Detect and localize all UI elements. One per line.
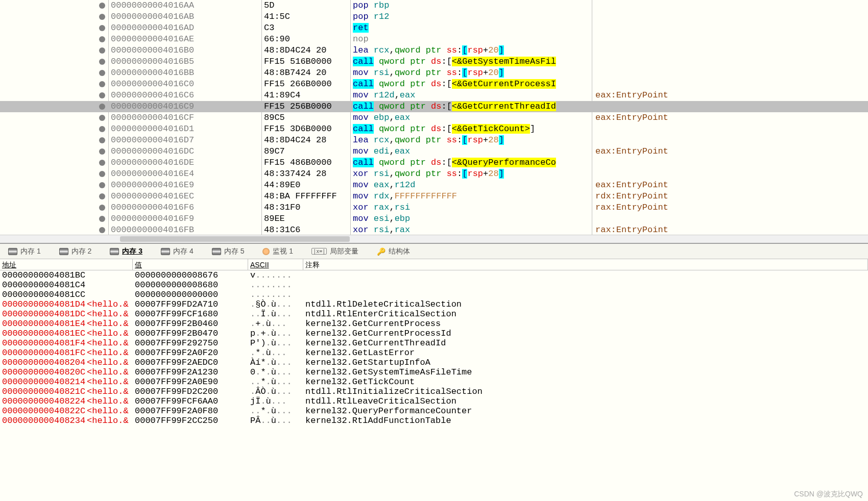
dump-row[interactable]: 00000000004081CC0000000000000000........ [0, 290, 868, 299]
disasm-row[interactable]: 00000000004016F989EEmov esi,ebp [0, 213, 868, 224]
disasm-row[interactable]: 00000000004016E944:89E0mov eax,r12deax:E… [0, 180, 868, 191]
address-cell: 00000000004016E9 [108, 180, 262, 191]
breakpoint-marker[interactable] [0, 45, 108, 56]
dump-row[interactable]: 0000000000408204<hello.&00007FF99F2AEDC0… [0, 358, 868, 367]
breakpoint-marker[interactable] [0, 101, 108, 112]
dump-ascii: 0.*.ù... [248, 367, 303, 377]
header-address[interactable]: 地址 [0, 259, 133, 270]
breakpoint-marker[interactable] [0, 56, 108, 67]
header-ascii[interactable]: ASCII [248, 259, 303, 270]
memory-icon [212, 248, 221, 255]
dump-row[interactable]: 00000000004081F4<hello.&00007FF99F292750… [0, 338, 868, 348]
instruction-cell: call qword ptr ds:[<&GetTickCount>] [351, 123, 592, 135]
tab-监视1[interactable]: 监视 1 [258, 246, 297, 257]
breakpoint-marker[interactable] [0, 168, 108, 180]
bytes-cell: 89C7 [262, 146, 351, 157]
dump-comment: kernel32.RtlAddFunctionTable [303, 416, 868, 425]
dump-row[interactable]: 0000000000408214<hello.&00007FF99F2A0E90… [0, 377, 868, 387]
disasm-row[interactable]: 00000000004016DEFF15 486B0000call qword … [0, 157, 868, 168]
disasm-row[interactable]: 00000000004016C641:89C4mov r12d,eaxeax:E… [0, 90, 868, 101]
disasm-row[interactable]: 00000000004016E448:337424 28xor rsi,qwor… [0, 168, 868, 180]
breakpoint-marker[interactable] [0, 79, 108, 90]
breakpoint-marker[interactable] [0, 0, 108, 11]
dump-value: 00007FF99F2B0460 [133, 319, 248, 329]
dump-row[interactable]: 0000000000408234<hello.&00007FF99F2CC250… [0, 416, 868, 425]
breakpoint-marker[interactable] [0, 213, 108, 224]
tab-结构体[interactable]: 🔑结构体 [373, 246, 414, 257]
dump-row[interactable]: 00000000004081EC<hello.&00007FF99F2B0470… [0, 329, 868, 338]
comment-cell [592, 34, 868, 45]
dump-comment: kernel32.GetStartupInfoA [303, 358, 868, 367]
dump-row[interactable]: 00000000004081D4<hello.&00007FF99FD2A710… [0, 299, 868, 309]
disasm-row[interactable]: 00000000004016B048:8D4C24 20lea rcx,qwor… [0, 45, 868, 56]
memory-dump-panel[interactable]: 地址 值 ASCII 注释 00000000004081BC0000000000… [0, 259, 868, 501]
disasm-row[interactable]: 00000000004016DC89C7mov edi,eaxeax:Entry… [0, 146, 868, 157]
breakpoint-marker[interactable] [0, 34, 108, 45]
dump-row[interactable]: 00000000004081DC<hello.&00007FF99FCF1680… [0, 309, 868, 319]
dump-label [87, 280, 133, 290]
disasm-row[interactable]: 00000000004016BB48:8B7424 20mov rsi,qwor… [0, 67, 868, 79]
tab-内存1[interactable]: 内存 1 [4, 246, 45, 257]
breakpoint-marker[interactable] [0, 157, 108, 168]
disasm-row[interactable]: 00000000004016AB41:5Cpop r12 [0, 11, 868, 22]
header-comment[interactable]: 注释 [303, 259, 868, 270]
dump-ascii: .§Ò.ù... [248, 299, 303, 309]
breakpoint-marker[interactable] [0, 191, 108, 202]
disasm-row[interactable]: 00000000004016CF89C5mov ebp,eaxeax:Entry… [0, 112, 868, 123]
tab-内存5[interactable]: 内存 5 [208, 246, 249, 257]
tab-内存4[interactable]: 内存 4 [157, 246, 198, 257]
dump-row[interactable]: 000000000040820C<hello.&00007FF99F2A1230… [0, 367, 868, 377]
dump-row[interactable]: 00000000004081C40000000000008680........ [0, 280, 868, 290]
disasm-row[interactable]: 00000000004016B5FF15 516B0000call qword … [0, 56, 868, 67]
dump-label [87, 270, 133, 280]
breakpoint-marker[interactable] [0, 123, 108, 135]
disasm-row[interactable]: 00000000004016D1FF15 3D6B0000call qword … [0, 123, 868, 135]
breakpoint-marker[interactable] [0, 180, 108, 191]
dump-comment: kernel32.GetCurrentThreadId [303, 338, 868, 348]
dump-row[interactable]: 000000000040822C<hello.&00007FF99F2A0F80… [0, 406, 868, 416]
breakpoint-marker[interactable] [0, 90, 108, 101]
tab-局部变量[interactable]: |x=|局部变量 [307, 246, 363, 257]
disasm-row[interactable]: 00000000004016AE66:90nop [0, 34, 868, 45]
breakpoint-marker[interactable] [0, 135, 108, 146]
breakpoint-marker[interactable] [0, 224, 108, 236]
instruction-cell: pop r12 [351, 11, 592, 22]
disasm-row[interactable]: 00000000004016AA5Dpop rbp [0, 0, 868, 11]
disassembly-panel[interactable]: 00000000004016AA5Dpop rbp00000000004016A… [0, 0, 868, 244]
tab-内存2[interactable]: 内存 2 [55, 246, 96, 257]
dump-label: <hello.& [87, 396, 133, 406]
bytes-cell: FF15 256B0000 [262, 101, 351, 112]
breakpoint-marker[interactable] [0, 202, 108, 213]
dump-ascii: p.+.ù... [248, 329, 303, 338]
dump-row[interactable]: 000000000040821C<hello.&00007FF99FD2C200… [0, 387, 868, 396]
breakpoint-marker[interactable] [0, 112, 108, 123]
dump-address: 00000000004081CC [0, 290, 87, 299]
disasm-row[interactable]: 00000000004016EC48:BA FFFFFFFFmov rdx,FF… [0, 191, 868, 202]
tab-label: 监视 1 [273, 247, 293, 256]
bytes-cell: 41:89C4 [262, 90, 351, 101]
memory-icon [161, 248, 170, 255]
disasm-row[interactable]: 00000000004016ADC3ret [0, 22, 868, 34]
disasm-row[interactable]: 00000000004016C0FF15 266B0000call qword … [0, 79, 868, 90]
disasm-row[interactable]: 00000000004016F648:31F0xor rax,rsirax:En… [0, 202, 868, 213]
dump-label: <hello.& [87, 348, 133, 358]
horizontal-scrollbar[interactable] [0, 235, 868, 243]
disasm-row[interactable]: 00000000004016FB48:31C6xor rsi,raxrax:En… [0, 224, 868, 236]
tab-内存3[interactable]: 内存 3 [106, 246, 147, 257]
dump-row[interactable]: 00000000004081FC<hello.&00007FF99F2A0F20… [0, 348, 868, 358]
header-value[interactable]: 值 [133, 259, 248, 270]
dump-address: 000000000040822C [0, 406, 87, 416]
dump-value: 00007FF99F2A1230 [133, 367, 248, 377]
dump-row[interactable]: 00000000004081BC0000000000008676v....... [0, 270, 868, 280]
breakpoint-marker[interactable] [0, 22, 108, 34]
tab-label: 结构体 [389, 247, 410, 256]
scrollbar-thumb[interactable] [120, 236, 350, 242]
bytes-cell: 48:31F0 [262, 202, 351, 213]
breakpoint-marker[interactable] [0, 67, 108, 79]
dump-row[interactable]: 0000000000408224<hello.&00007FF99FCF6AA0… [0, 396, 868, 406]
breakpoint-marker[interactable] [0, 11, 108, 22]
breakpoint-marker[interactable] [0, 146, 108, 157]
dump-row[interactable]: 00000000004081E4<hello.&00007FF99F2B0460… [0, 319, 868, 329]
disasm-row[interactable]: 00000000004016C9FF15 256B0000call qword … [0, 101, 868, 112]
disasm-row[interactable]: 00000000004016D748:8D4C24 28lea rcx,qwor… [0, 135, 868, 146]
